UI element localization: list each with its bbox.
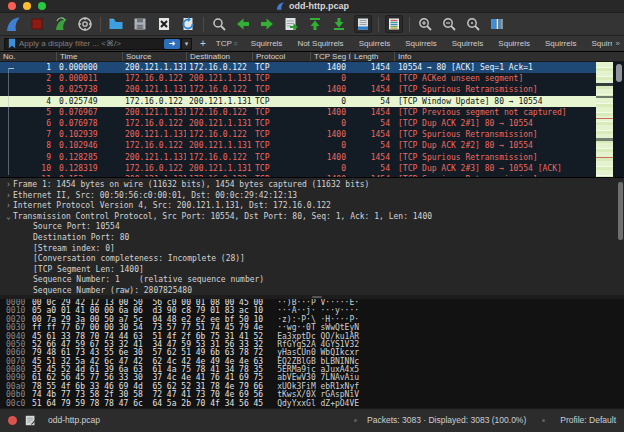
detail-line[interactable]: Sequence Number: 1 (relative sequence nu…: [0, 275, 624, 286]
packet-row[interactable]: 4 0.025749 172.16.0.122 200.121.1.131 TC…: [0, 96, 624, 107]
detail-line[interactable]: › Frame 1: 1454 bytes on wire (11632 bit…: [0, 180, 624, 191]
column-header-destination[interactable]: Destination: [186, 52, 252, 61]
column-header-source[interactable]: Source: [122, 52, 186, 61]
stop-capture-button[interactable]: [28, 15, 46, 33]
filter-button[interactable]: Squirrels: [452, 39, 486, 48]
packet-destination: 172.16.0.122: [186, 152, 252, 163]
filter-button[interactable]: Squirrels: [545, 39, 579, 48]
zoom-window-button[interactable]: [38, 2, 46, 10]
capture-options-button[interactable]: [76, 15, 94, 33]
packet-row[interactable]: 7 0.102939 200.121.1.131 172.16.0.122 TC…: [0, 129, 624, 140]
splitter-handle-icon: [312, 296, 322, 298]
details-scrollbar-thumb[interactable]: [618, 182, 623, 240]
packet-row[interactable]: 6 0.076978 172.16.0.122 200.121.1.131 TC…: [0, 118, 624, 129]
status-bar: odd-http.pcap Packets: 3083 · Displayed:…: [0, 408, 624, 431]
hex-offset: 00c0: [6, 400, 32, 408]
zoom-reset-button[interactable]: [464, 15, 482, 33]
packet-seg-len: 1400: [310, 107, 350, 118]
detail-line[interactable]: [Stream index: 0]: [0, 244, 624, 255]
intelligent-scrollbar-minimap[interactable]: [596, 62, 613, 177]
pane-splitter[interactable]: [0, 295, 624, 299]
expander-icon[interactable]: ›: [4, 201, 13, 212]
detail-line[interactable]: [TCP Segment Len: 1400]: [0, 265, 624, 276]
find-packet-button[interactable]: [210, 15, 228, 33]
packet-time: 0.000011: [56, 73, 122, 84]
zoom-in-button[interactable]: [416, 15, 434, 33]
toolbar-separator: [203, 17, 204, 32]
hex-row[interactable]: 00c0 51 64 79 59 78 78 47 6c 64 5a 2b 70…: [6, 400, 624, 408]
detail-line[interactable]: ⌄ Transmission Control Protocol, Src Por…: [0, 212, 624, 223]
zoom-out-button[interactable]: [440, 15, 458, 33]
start-capture-button[interactable]: [4, 15, 22, 33]
shark-fin-icon: [7, 18, 20, 32]
column-header-protocol[interactable]: Protocol: [252, 52, 310, 61]
reload-file-button[interactable]: [179, 15, 197, 33]
packet-row[interactable]: 10 0.128319 172.16.0.122 200.121.1.131 T…: [0, 163, 624, 174]
column-header-time[interactable]: Time: [56, 52, 122, 61]
filter-button[interactable]: Not Squirrels: [297, 39, 345, 48]
packet-list-scrollbar-thumb[interactable]: [616, 64, 622, 82]
expander-icon[interactable]: [24, 233, 33, 244]
close-file-button[interactable]: [155, 15, 173, 33]
auto-scroll-button[interactable]: [354, 15, 372, 33]
colorize-packets-button[interactable]: [385, 15, 403, 33]
packet-length: 1454: [350, 129, 394, 140]
add-filter-button[interactable]: +: [200, 38, 206, 49]
filter-button[interactable]: Squirrels: [359, 39, 393, 48]
expander-icon[interactable]: [24, 275, 33, 286]
apply-filter-button[interactable]: ➜: [164, 39, 180, 49]
column-header-no[interactable]: No.: [0, 52, 56, 61]
filter-button[interactable]: Squirrels: [251, 39, 285, 48]
capture-comment-icon[interactable]: [25, 415, 36, 426]
expander-icon[interactable]: [24, 244, 33, 255]
save-file-button[interactable]: [131, 15, 149, 33]
expander-icon[interactable]: ⌄: [4, 212, 13, 223]
go-to-bottom-button[interactable]: [330, 15, 348, 33]
packet-row[interactable]: 9 0.128285 200.121.1.131 172.16.0.122 TC…: [0, 152, 624, 163]
packet-row[interactable]: 3 0.025738 200.121.1.131 172.16.0.122 TC…: [0, 84, 624, 95]
minimize-window-button[interactable]: [23, 2, 31, 10]
display-filter-field[interactable]: ➜: [4, 38, 182, 50]
column-header-tcp-seg-len[interactable]: TCP Seg Len: [310, 52, 350, 61]
resize-columns-button[interactable]: [488, 15, 506, 33]
packet-row[interactable]: 1 0.000000 200.121.1.131 172.16.0.122 TC…: [0, 62, 624, 73]
expander-icon[interactable]: ›: [4, 191, 13, 202]
open-file-button[interactable]: [107, 15, 125, 33]
packet-time: 0.102946: [56, 140, 122, 151]
filter-button[interactable]: Squirrels: [405, 39, 439, 48]
detail-line[interactable]: Destination Port: 80: [0, 233, 624, 244]
restart-capture-button[interactable]: [52, 15, 70, 33]
go-back-button[interactable]: [234, 15, 252, 33]
packet-row[interactable]: 5 0.076967 200.121.1.131 172.16.0.122 TC…: [0, 107, 624, 118]
filter-bookmark-icon[interactable]: [7, 38, 17, 49]
filter-button[interactable]: Squirrels: [498, 39, 532, 48]
column-header-info[interactable]: Info: [394, 52, 624, 61]
expander-icon[interactable]: ›: [4, 180, 13, 191]
filter-history-dropdown[interactable]: ▾: [182, 38, 192, 50]
display-filter-input[interactable]: [17, 39, 164, 48]
detail-line[interactable]: › Ethernet II, Src: 00:50:56:c0:00:01, D…: [0, 191, 624, 202]
status-profile[interactable]: Profile: Default: [560, 415, 616, 425]
detail-line[interactable]: [Conversation completeness: Incomplete (…: [0, 254, 624, 265]
column-header-length[interactable]: Length: [350, 52, 394, 61]
packet-list-scrollbar-track[interactable]: [613, 62, 624, 177]
expander-icon[interactable]: [24, 265, 33, 276]
detail-text: Destination Port: 80: [33, 233, 129, 244]
go-forward-button[interactable]: [258, 15, 276, 33]
filter-button[interactable]: Squirrels: [592, 39, 612, 48]
detail-line[interactable]: Sequence Number (raw): 2807825480: [0, 286, 624, 295]
packet-row[interactable]: 8 0.102946 172.16.0.122 200.121.1.131 TC…: [0, 140, 624, 151]
expander-icon[interactable]: [24, 254, 33, 265]
detail-line[interactable]: Source Port: 10554: [0, 222, 624, 233]
packet-row[interactable]: 2 0.000011 172.16.0.122 200.121.1.131 TC…: [0, 73, 624, 84]
go-to-top-button[interactable]: [306, 15, 324, 33]
go-to-packet-button[interactable]: [282, 15, 300, 33]
expander-icon[interactable]: [24, 286, 33, 295]
detail-line[interactable]: › Internet Protocol Version 4, Src: 200.…: [0, 201, 624, 212]
close-window-button[interactable]: [8, 2, 16, 10]
expert-info-button[interactable]: [8, 416, 17, 425]
filter-button[interactable]: TCP ⌗: [216, 39, 238, 48]
expander-icon[interactable]: [24, 222, 33, 233]
filter-overflow-chevron[interactable]: »: [612, 39, 620, 48]
detail-text: Internet Protocol Version 4, Src: 200.12…: [13, 201, 331, 212]
